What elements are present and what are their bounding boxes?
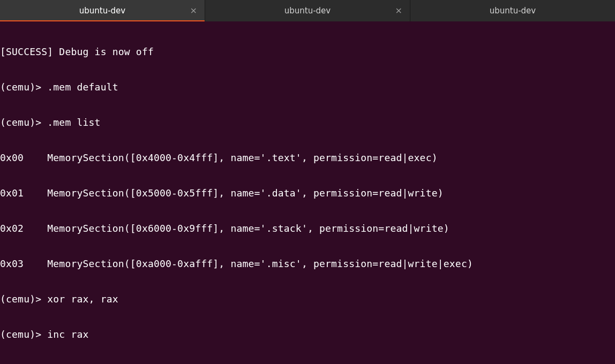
terminal-viewport[interactable]: [SUCCESS] Debug is now off (cemu)> .mem …: [0, 21, 615, 364]
terminal-line: (cemu)> xor rax, rax: [0, 293, 615, 305]
tab-label: ubuntu-dev: [490, 6, 536, 16]
close-icon[interactable]: ×: [190, 6, 197, 15]
tab-3[interactable]: ubuntu-dev: [410, 0, 615, 21]
close-icon[interactable]: ×: [395, 6, 402, 15]
tab-1[interactable]: ubuntu-dev ×: [0, 0, 205, 21]
terminal-line: (cemu)> inc rax: [0, 329, 615, 340]
terminal-line: (cemu)> .mem default: [0, 81, 615, 93]
terminal-window: ubuntu-dev × ubuntu-dev × ubuntu-dev [SU…: [0, 0, 615, 364]
terminal-line: 0x02 MemorySection([0x6000-0x9fff], name…: [0, 223, 615, 234]
terminal-line: 0x00 MemorySection([0x4000-0x4fff], name…: [0, 152, 615, 164]
terminal-line: [SUCCESS] Debug is now off: [0, 46, 615, 58]
terminal-line: 0x01 MemorySection([0x5000-0x5fff], name…: [0, 187, 615, 199]
tab-label: ubuntu-dev: [284, 6, 331, 16]
terminal-line: 0x03 MemorySection([0xa000-0xafff], name…: [0, 258, 615, 270]
tab-2[interactable]: ubuntu-dev ×: [205, 0, 410, 21]
tab-bar: ubuntu-dev × ubuntu-dev × ubuntu-dev: [0, 0, 615, 21]
tab-label: ubuntu-dev: [79, 6, 125, 16]
terminal-line: (cemu)> .mem list: [0, 117, 615, 128]
